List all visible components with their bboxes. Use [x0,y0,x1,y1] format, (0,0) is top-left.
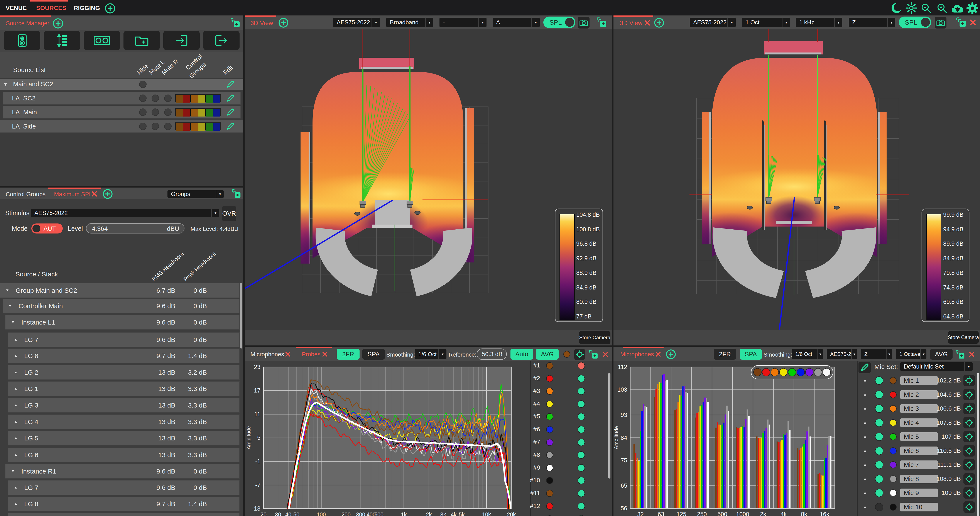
svg-text:112: 112 [618,364,627,370]
svg-text:4k: 4k [781,511,787,516]
svg-text:200: 200 [342,511,351,516]
svg-text:93: 93 [620,412,627,418]
svg-text:99.9 dB: 99.9 dB [943,212,963,218]
svg-text:96.8 dB: 96.8 dB [576,240,597,247]
svg-text:500: 500 [718,511,727,516]
svg-text:88.9 dB: 88.9 dB [576,270,597,276]
svg-text:104.8 dB: 104.8 dB [576,212,600,218]
svg-text:64.8 dB: 64.8 dB [943,313,963,320]
svg-text:50: 50 [293,511,299,516]
svg-text:100: 100 [317,511,326,516]
svg-text:5k: 5k [459,511,465,516]
svg-text:80.9 dB: 80.9 dB [576,299,597,305]
svg-text:77 dB: 77 dB [576,313,592,320]
svg-text:65: 65 [620,483,627,489]
svg-text:2k: 2k [760,511,766,516]
svg-text:300: 300 [356,511,365,516]
svg-text:17: 17 [254,387,261,394]
svg-text:84.9 dB: 84.9 dB [576,284,597,291]
svg-text:11: 11 [255,411,261,417]
svg-text:-13: -13 [252,505,261,512]
svg-text:63: 63 [658,511,664,516]
svg-text:8k: 8k [801,511,807,516]
svg-text:Amplitude: Amplitude [246,426,251,449]
svg-text:75: 75 [620,457,627,464]
svg-text:10k: 10k [482,511,491,516]
svg-text:1k: 1k [401,511,407,516]
svg-text:84.9 dB: 84.9 dB [943,255,963,261]
svg-text:20: 20 [261,511,267,516]
svg-text:20k: 20k [507,511,516,516]
svg-text:23: 23 [254,364,261,370]
svg-text:74.8 dB: 74.8 dB [943,284,963,291]
svg-text:40: 40 [285,511,291,516]
svg-text:3k: 3k [440,511,446,516]
svg-text:94.9 dB: 94.9 dB [943,226,963,233]
svg-text:500: 500 [374,511,383,516]
svg-text:79.8 dB: 79.8 dB [943,270,963,276]
svg-text:84: 84 [620,435,627,441]
svg-text:1000: 1000 [736,511,749,516]
svg-text:16k: 16k [820,511,829,516]
svg-text:92.9 dB: 92.9 dB [576,255,597,261]
svg-text:69.8 dB: 69.8 dB [943,299,963,305]
svg-text:103: 103 [617,386,627,393]
svg-text:56: 56 [620,505,627,512]
svg-text:30: 30 [275,511,281,516]
svg-text:-7: -7 [255,482,261,488]
svg-text:89.9 dB: 89.9 dB [943,240,963,247]
svg-text:32: 32 [637,511,644,516]
svg-text:-1: -1 [255,458,261,465]
svg-text:4k: 4k [451,511,457,516]
svg-text:Amplitude: Amplitude [614,426,619,449]
svg-text:2k: 2k [426,511,432,516]
svg-text:250: 250 [697,511,707,516]
svg-text:5: 5 [257,435,261,441]
svg-text:125: 125 [676,511,686,516]
svg-text:100.8 dB: 100.8 dB [576,226,600,233]
